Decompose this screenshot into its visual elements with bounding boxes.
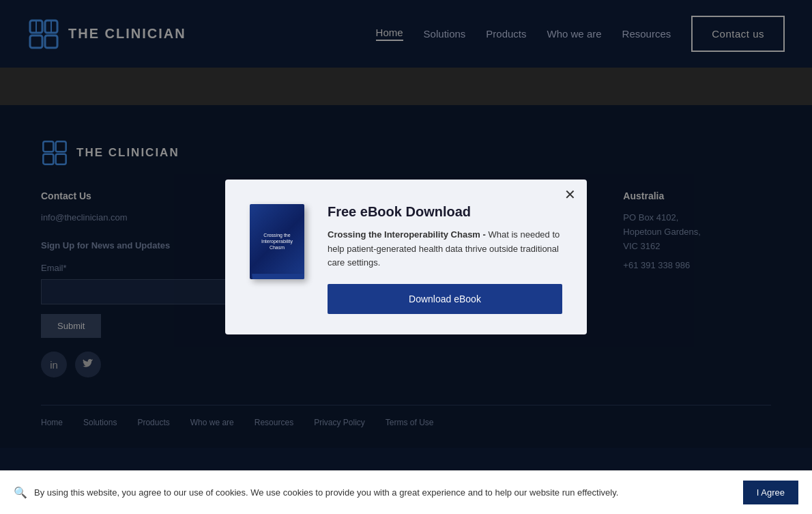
book-image: Crossing the Interoperability Chasm (250, 204, 304, 279)
modal-book-title-bold: Crossing the Interoperability Chasm - (328, 229, 486, 240)
modal-content: Crossing the Interoperability Chasm Free… (250, 204, 562, 314)
modal-overlay[interactable]: ✕ Crossing the Interoperability Chasm Fr… (0, 0, 812, 448)
modal-text-area: Free eBook Download Crossing the Interop… (328, 204, 562, 314)
book-cover-text: Crossing the Interoperability Chasm (250, 228, 304, 255)
ebook-modal: ✕ Crossing the Interoperability Chasm Fr… (225, 180, 587, 334)
ebook-cover: Crossing the Interoperability Chasm (250, 204, 311, 279)
modal-description: Crossing the Interoperability Chasm - Wh… (328, 228, 562, 270)
modal-title: Free eBook Download (328, 204, 562, 220)
download-ebook-button[interactable]: Download eBook (328, 284, 562, 314)
modal-close-button[interactable]: ✕ (564, 188, 576, 201)
